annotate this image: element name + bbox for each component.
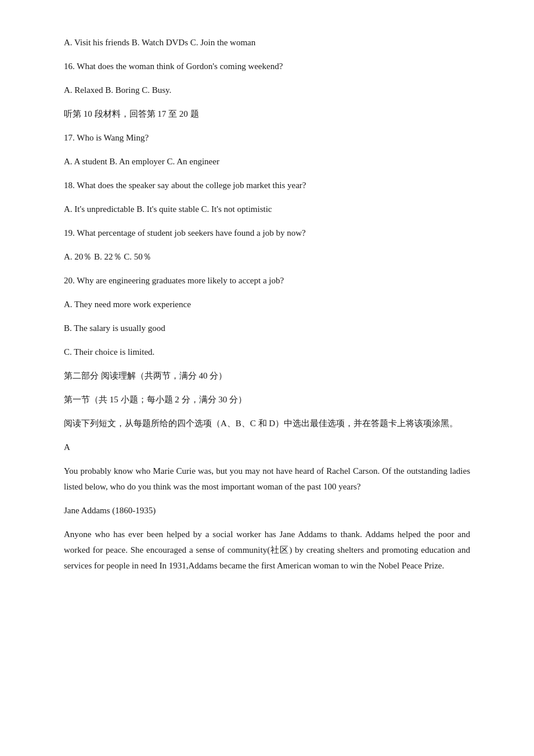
reading-instruction-text: 阅读下列短文，从每题所给的四个选项（A、B、C 和 D）中选出最佳选项，并在答题…: [64, 419, 458, 428]
section-10-instruction: 听第 10 段材料，回答第 17 至 20 题: [64, 106, 470, 122]
q16-options: A. Relaxed B. Boring C. Busy.: [64, 82, 470, 98]
section-10-text: 听第 10 段材料，回答第 17 至 20 题: [64, 109, 199, 118]
passage-intro: You probably know who Marie Curie was, b…: [64, 463, 470, 495]
jane-body: Anyone who has ever been helped by a soc…: [64, 527, 470, 574]
reading-instruction: 阅读下列短文，从每题所给的四个选项（A、B、C 和 D）中选出最佳选项，并在答题…: [64, 416, 470, 431]
q19-options: A. 20％ B. 22％ C. 50％: [64, 249, 470, 265]
q19-options-text: A. 20％ B. 22％ C. 50％: [64, 252, 151, 261]
q17-options: A. A student B. An employer C. An engine…: [64, 154, 470, 170]
section1-title-text: 第一节（共 15 小题；每小题 2 分，满分 30 分）: [64, 395, 247, 404]
q20-option-a-text: A. They need more work experience: [64, 300, 191, 309]
q20-text: 20. Why are engineering graduates more l…: [64, 276, 284, 285]
q20-option-a: A. They need more work experience: [64, 297, 470, 312]
q17-text: 17. Who is Wang Ming?: [64, 133, 149, 142]
q19-text: 19. What percentage of student job seeke…: [64, 228, 306, 237]
jane-title-text: Jane Addams (1860-1935): [64, 506, 156, 515]
jane-body-text: Anyone who has ever been helped by a soc…: [64, 530, 470, 570]
page-content: A. Visit his friends B. Watch DVDs C. Jo…: [64, 35, 470, 574]
q18-text: 18. What does the speaker say about the …: [64, 181, 306, 190]
question-18: 18. What does the speaker say about the …: [64, 178, 470, 193]
q20-option-c-text: C. Their choice is limited.: [64, 347, 154, 357]
q20-option-b-text: B. The salary is usually good: [64, 323, 165, 333]
question-19: 19. What percentage of student job seeke…: [64, 225, 470, 241]
q16-text: 16. What does the woman think of Gordon'…: [64, 62, 283, 71]
q16-options-text: A. Relaxed B. Boring C. Busy.: [64, 85, 171, 95]
q18-options-text: A. It's unpredictable B. It's quite stab…: [64, 204, 272, 214]
question-17: 17. Who is Wang Ming?: [64, 130, 470, 146]
section1-title: 第一节（共 15 小题；每小题 2 分，满分 30 分）: [64, 392, 470, 408]
question-16: 16. What does the woman think of Gordon'…: [64, 59, 470, 74]
q20-option-b: B. The salary is usually good: [64, 321, 470, 336]
q18-options: A. It's unpredictable B. It's quite stab…: [64, 201, 470, 217]
q17-options-text: A. A student B. An employer C. An engine…: [64, 157, 219, 166]
question-20: 20. Why are engineering graduates more l…: [64, 273, 470, 289]
options-text: A. Visit his friends B. Watch DVDs C. Jo…: [64, 38, 255, 47]
part2-title-text: 第二部分 阅读理解（共两节，满分 40 分）: [64, 371, 227, 380]
line-options-abc: A. Visit his friends B. Watch DVDs C. Jo…: [64, 35, 470, 51]
passage-a-label: A: [64, 440, 470, 455]
jane-title: Jane Addams (1860-1935): [64, 503, 470, 519]
passage-letter-text: A: [64, 442, 70, 452]
passage-intro-text: You probably know who Marie Curie was, b…: [64, 466, 470, 491]
q20-option-c: C. Their choice is limited.: [64, 344, 470, 360]
part2-title: 第二部分 阅读理解（共两节，满分 40 分）: [64, 368, 470, 384]
